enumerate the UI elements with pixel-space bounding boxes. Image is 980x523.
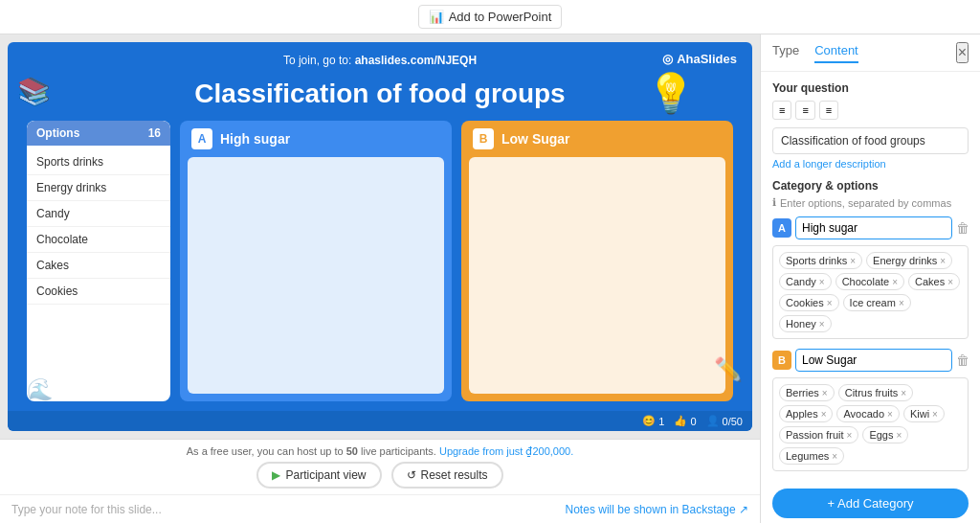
category-a-column: A High sugar [180,121,452,401]
ppt-icon: 📊 [429,10,444,24]
category-a-block: A 🗑 Sports drinks× Energy drinks× Candy×… [772,216,969,339]
delete-category-b-button[interactable]: 🗑 [956,352,969,368]
tag-ice-cream: Ice cream× [843,294,911,311]
options-panel: Options 16 Sports drinks Energy drinks C… [27,121,170,401]
list-item: Cookies [27,279,170,305]
tag-cookies: Cookies× [779,294,839,311]
free-msg-suffix: live participants. [361,445,436,457]
question-input[interactable] [772,127,969,154]
tag-apples: Apples× [779,405,833,422]
upgrade-link[interactable]: Upgrade from just ₫200,000. [439,445,573,457]
add-to-ppt-label: Add to PowerPoint [449,10,552,24]
free-user-message: As a free user, you can host up to 50 li… [187,445,574,458]
main-content: 📚 💡 ✏️ 🌊 To join, go to: ahaslides.com/N… [0,34,980,523]
tab-type[interactable]: Type [772,43,799,63]
logo-icon: ◎ [662,52,673,66]
tag-kiwi: Kiwi× [903,405,945,422]
category-b-block: B 🗑 Berries× Citrus fruits× Apples× Avoc… [772,349,969,471]
reaction-count: 0 [690,416,696,427]
action-buttons: ▶ Participant view ↺ Reset results [256,462,502,489]
book-decoration: 📚 [17,76,51,107]
reaction-icon: 👍 [674,415,687,427]
cat-b-badge: B [772,351,791,370]
backstage-anchor[interactable]: Backstage [682,503,736,516]
category-b-name: Low Sugar [501,131,570,147]
panel-close-button[interactable]: × [956,42,969,63]
tag-candy: Candy× [779,273,832,290]
footer-stats: 😊 1 👍 0 👤 0/50 [642,415,743,427]
tag-berries: Berries× [779,384,835,401]
wave-decoration: 🌊 [27,377,53,402]
ahaslides-logo: ◎ AhaSlides [662,52,737,66]
category-b-column: B Low Sugar [461,121,733,401]
note-bar: Type your note for this slide... Notes w… [0,494,760,523]
panel-header: Type Content × [761,34,980,72]
format-btn-2[interactable]: ≡ [795,101,814,120]
list-item: Candy [27,201,170,227]
pencil-decoration: ✏️ [714,356,743,383]
backstage-link[interactable]: Notes will be shown in Backstage ↗ [566,503,748,516]
note-placeholder[interactable]: Type your note for this slide... [11,503,162,516]
format-btn-1[interactable]: ≡ [772,101,791,120]
participants-count: 0/50 [723,416,743,427]
tab-content[interactable]: Content [814,43,858,63]
category-b-name-input[interactable] [795,349,952,372]
add-category-button[interactable]: + Add Category [772,489,969,518]
participants-stat: 👤 0/50 [706,415,743,427]
hint-text-value: Enter options, separated by commas [780,197,951,209]
bottom-bar: As a free user, you can host up to 50 li… [0,439,760,494]
tag-eggs: Eggs× [862,426,908,443]
question-section-label: Your question [772,81,969,95]
panel-tabs: Type Content [772,43,858,63]
emoji-stat: 😊 1 [642,415,664,427]
format-btn-3[interactable]: ≡ [819,101,838,120]
free-msg-prefix: As a free user, you can host up to [187,445,344,457]
category-b-body [469,157,725,394]
reset-results-label: Reset results [421,468,488,482]
tag-sports-drinks: Sports drinks× [779,252,862,269]
category-a-name-input[interactable] [795,216,952,239]
emoji-icon: 😊 [642,415,656,427]
list-item: Chocolate [27,227,170,253]
slide-footer: 😊 1 👍 0 👤 0/50 [8,411,752,431]
cat-a-badge: A [772,218,791,238]
participant-view-label: Participant view [285,468,366,482]
category-b-letter: B [473,128,494,149]
add-to-ppt-button[interactable]: 📊 Add to PowerPoint [418,5,563,29]
category-b-input-row: B 🗑 [772,349,969,372]
tag-cakes: Cakes× [908,273,960,290]
reset-results-button[interactable]: ↺ Reset results [391,462,503,489]
join-prefix: To join, go to: [283,54,351,67]
category-a-body [188,157,444,394]
category-b-tags: Berries× Citrus fruits× Apples× Avocado×… [772,377,969,471]
delete-category-a-button[interactable]: 🗑 [956,220,969,236]
slide-container: 📚 💡 ✏️ 🌊 To join, go to: ahaslides.com/N… [8,42,752,431]
top-bar: 📊 Add to PowerPoint [0,0,980,34]
external-link-icon: ↗ [739,503,748,516]
add-description-link[interactable]: Add a longer description [772,158,969,170]
tag-passion-fruit: Passion fruit× [779,426,858,443]
reaction-stat: 👍 0 [674,415,696,427]
category-b-header: B Low Sugar [461,121,733,157]
tag-legumes: Legumes× [779,447,844,465]
participants-icon: 👤 [706,415,720,427]
category-a-input-row: A 🗑 [772,216,969,239]
options-count: 16 [148,126,161,140]
logo-text: AhaSlides [677,52,737,66]
category-a-name: High sugar [220,131,290,147]
tag-chocolate: Chocolate× [835,273,904,290]
join-url: ahaslides.com/NJEQH [355,54,477,67]
tag-energy-drinks: Energy drinks× [866,252,952,269]
tag-avocado: Avocado× [836,405,899,422]
notes-label: Notes will be shown in [566,503,679,516]
right-panel: Type Content × Your question ≡ ≡ ≡ Add a… [760,34,980,523]
emoji-count: 1 [658,416,664,427]
slide-header: To join, go to: ahaslides.com/NJEQH [8,42,752,71]
list-item: Cakes [27,253,170,279]
options-label: Options [36,126,79,140]
options-header: Options 16 [27,121,170,146]
participant-view-button[interactable]: ▶ Participant view [256,462,381,489]
options-list: Sports drinks Energy drinks Candy Chocol… [27,146,170,401]
tag-citrus-fruits: Citrus fruits× [838,384,913,401]
lightbulb-decoration: 💡 [647,71,695,116]
